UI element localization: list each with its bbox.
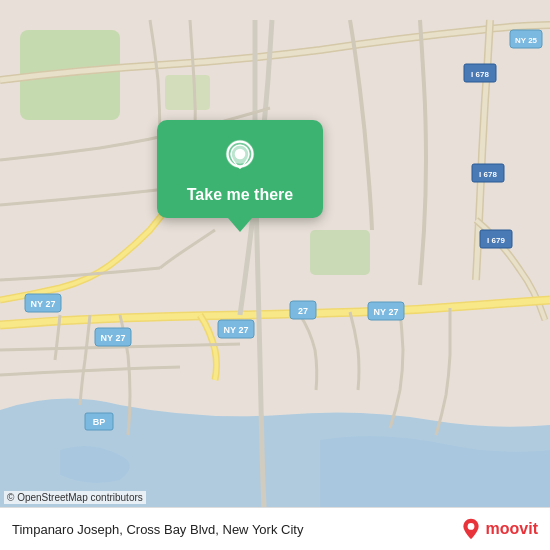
take-me-there-label: Take me there [187,186,293,204]
svg-text:NY 27: NY 27 [224,325,249,335]
moovit-logo-text: moovit [486,520,538,538]
svg-text:NY 25: NY 25 [515,36,538,45]
svg-point-25 [235,149,246,160]
svg-text:I 679: I 679 [487,236,505,245]
svg-text:BP: BP [93,417,106,427]
svg-text:NY 27: NY 27 [374,307,399,317]
moovit-pin-icon [460,518,482,540]
svg-text:I 678: I 678 [471,70,489,79]
osm-attribution: © OpenStreetMap contributors [4,491,146,504]
popup-card[interactable]: Take me there [157,120,323,218]
address-text: Timpanaro Joseph, Cross Bay Blvd, New Yo… [12,522,460,537]
svg-rect-1 [310,230,370,275]
popup-triangle [228,218,252,232]
take-me-there-popup[interactable]: Take me there [140,120,340,232]
svg-rect-2 [165,75,210,110]
svg-text:27: 27 [298,306,308,316]
map-container: NY 27 NY 27 NY 27 NY 27 27 I 678 I 678 I… [0,0,550,550]
map-roads: NY 27 NY 27 NY 27 NY 27 27 I 678 I 678 I… [0,0,550,550]
bottom-bar: Timpanaro Joseph, Cross Bay Blvd, New Yo… [0,507,550,550]
svg-text:I 678: I 678 [479,170,497,179]
svg-text:NY 27: NY 27 [31,299,56,309]
svg-point-27 [467,523,474,530]
moovit-logo: moovit [460,518,538,540]
svg-text:NY 27: NY 27 [101,333,126,343]
location-pin-icon [220,138,260,178]
